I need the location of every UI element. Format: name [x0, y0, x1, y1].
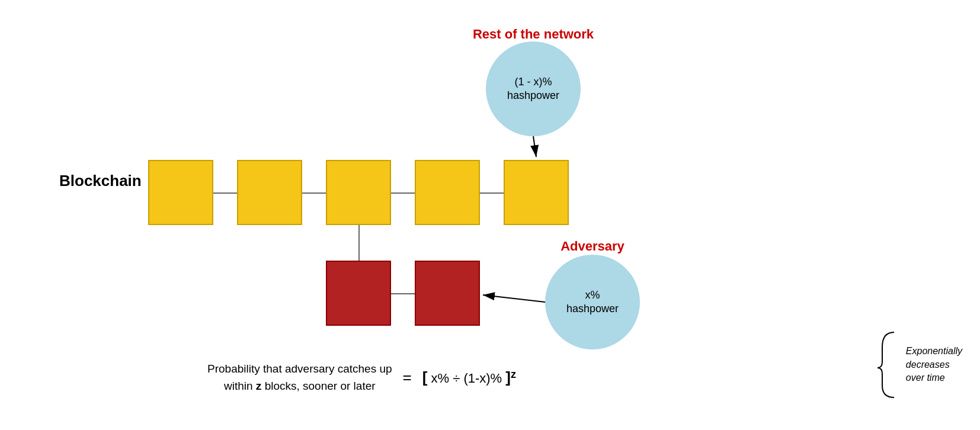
equals-sign: = — [403, 368, 412, 387]
blockchain-block-3 — [326, 160, 391, 225]
bracket-open: [ — [422, 368, 428, 386]
blockchain-block-4 — [415, 160, 480, 225]
blockchain-label: Blockchain — [59, 172, 142, 190]
network-label: Rest of the network — [456, 27, 610, 42]
adversary-arrow — [483, 295, 545, 302]
connector-4 — [480, 192, 504, 194]
formula-exponent: z — [511, 368, 516, 380]
adversary-connector — [391, 293, 415, 294]
adversary-circle-text2: hashpower — [566, 302, 619, 316]
adversary-block-2 — [415, 261, 480, 326]
diagram-container: Blockchain Rest of the network (1 - x)% … — [0, 0, 980, 430]
network-circle-text2: hashpower — [507, 89, 559, 102]
formula-expression: [ x% ÷ (1-x)% ]z — [422, 368, 516, 387]
network-circle-text1: (1 - x)% — [515, 75, 552, 89]
formula-description: Probability that adversary catches up wi… — [207, 361, 392, 394]
formula-desc-line1: Probability that adversary catches up — [207, 362, 392, 375]
connector-1 — [213, 192, 237, 194]
adversary-circle-text1: x% — [585, 288, 600, 302]
exp-text-line3: over time — [906, 373, 945, 383]
connector-3 — [391, 192, 415, 194]
blockchain-block-1 — [148, 160, 213, 225]
curly-brace-svg — [876, 329, 900, 400]
network-circle: (1 - x)% hashpower — [486, 41, 581, 136]
formula-area: Probability that adversary catches up wi… — [207, 361, 516, 394]
brace-area: Exponentially decreases over time — [876, 329, 962, 400]
network-arrow — [533, 136, 536, 157]
exp-text-line1: Exponentially — [906, 346, 962, 356]
adversary-block-1 — [326, 261, 391, 326]
adversary-label: Adversary — [539, 239, 646, 254]
blockchain-block-2 — [237, 160, 302, 225]
exponential-text: Exponentially decreases over time — [906, 345, 962, 384]
adversary-circle: x% hashpower — [545, 255, 640, 349]
formula-content: x% ÷ (1-x)% — [431, 371, 502, 386]
exp-text-line2: decreases — [906, 360, 950, 370]
bracket-close: ] — [505, 368, 511, 386]
vert-connector — [358, 225, 360, 261]
blockchain-block-5 — [504, 160, 569, 225]
connector-2 — [302, 192, 326, 194]
